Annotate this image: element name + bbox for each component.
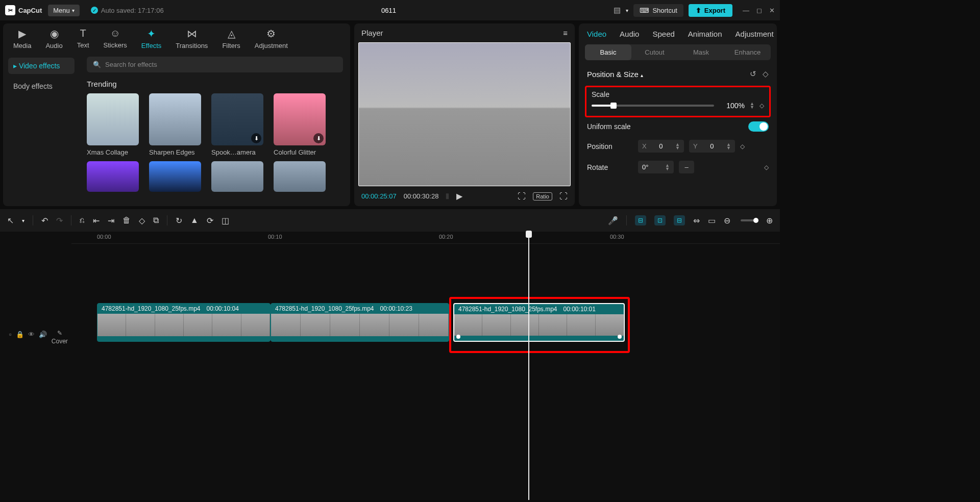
subtab-cutout[interactable]: Cutout [631, 44, 678, 60]
redo-button[interactable]: ↷ [56, 216, 63, 225]
stepper-icon[interactable]: ▲▼ [675, 143, 680, 150]
video-preview[interactable] [358, 42, 571, 186]
inspector-panel: Video Audio Speed Animation Adjustment B… [579, 23, 777, 206]
upload-icon: ⬆ [696, 7, 701, 14]
effect-item[interactable]: ⬇ Colorful Glitter [274, 93, 326, 156]
menu-button[interactable]: Menu ▾ [48, 5, 80, 16]
minimize-button[interactable]: — [743, 7, 749, 14]
keyframe-icon[interactable]: ◇ [740, 143, 745, 150]
chevron-down-icon[interactable]: ▾ [22, 218, 24, 223]
auto-button-1[interactable]: ⊟ [635, 215, 646, 225]
track-setting-icon[interactable]: ▫ [9, 331, 12, 345]
tab-text[interactable]: TText [77, 28, 89, 49]
keyframe-icon[interactable]: ◇ [764, 164, 769, 171]
mirror-button[interactable]: ▲ [190, 216, 199, 225]
tab-stickers[interactable]: ☺Stickers [104, 28, 127, 49]
delete-button[interactable]: 🗑 [122, 216, 131, 225]
layout-icon[interactable]: ▤ [614, 6, 621, 15]
effect-thumbnail[interactable] [274, 161, 326, 192]
tab-video[interactable]: Video [587, 30, 606, 38]
player-menu-icon[interactable]: ≡ [563, 29, 568, 37]
position-x-input[interactable]: X 0 ▲▼ [638, 140, 684, 153]
tab-audio[interactable]: Audio [620, 30, 639, 38]
fit-screen-icon[interactable]: ⛶ [518, 192, 526, 201]
zoom-slider[interactable] [741, 219, 756, 221]
selection-tool[interactable]: ↖ [7, 216, 14, 225]
keyframe-icon[interactable]: ◇ [760, 102, 764, 109]
effect-thumbnail[interactable] [87, 161, 139, 192]
auto-button-3[interactable]: ⊟ [674, 215, 685, 225]
download-icon[interactable]: ⬇ [313, 133, 324, 143]
chevron-down-icon: ▾ [72, 8, 75, 13]
tab-media[interactable]: ▶Media [13, 28, 31, 49]
eye-icon[interactable]: 👁 [28, 331, 35, 345]
scale-slider[interactable] [592, 105, 714, 107]
effect-item[interactable]: ⬇ Spook…amera [211, 93, 263, 156]
scale-stepper[interactable]: ▲▼ [750, 102, 754, 109]
playhead[interactable] [528, 232, 529, 500]
reverse-button[interactable]: ↻ [176, 216, 182, 225]
audio-icon: ◉ [50, 28, 59, 40]
effect-item[interactable]: Sharpen Edges [149, 93, 201, 156]
crop-button[interactable]: ◫ [222, 216, 229, 225]
maximize-button[interactable]: ◻ [756, 7, 762, 14]
export-button[interactable]: ⬆ Export [689, 4, 732, 17]
ratio-button[interactable]: Ratio [533, 192, 552, 200]
mark-button[interactable]: ◇ [139, 216, 145, 225]
reset-icon[interactable]: ↺ [750, 69, 756, 79]
shortcut-button[interactable]: ⌨ Shortcut [633, 4, 683, 17]
ruler-mark: 00:20 [439, 234, 453, 240]
stepper-icon[interactable]: ▲▼ [726, 143, 731, 150]
subtab-mask[interactable]: Mask [678, 44, 724, 60]
cover-button[interactable]: ✎ Cover [51, 330, 68, 345]
subtab-basic[interactable]: Basic [585, 44, 631, 60]
tab-audio[interactable]: ◉Audio [45, 28, 62, 49]
stepper-icon[interactable]: ▲▼ [665, 164, 670, 171]
tab-adjustment[interactable]: Adjustment [736, 30, 774, 38]
effect-thumbnail[interactable] [211, 161, 263, 192]
rotate-dial[interactable]: – [679, 161, 694, 173]
duplicate-button[interactable]: ⧉ [153, 216, 159, 225]
timeline-clip[interactable]: 4782851-hd_1920_1080_25fps.mp400:00:10:2… [271, 303, 449, 342]
sidebar-item-body-effects[interactable]: Body effects [8, 78, 75, 94]
subtab-enhance[interactable]: Enhance [724, 44, 771, 60]
timeline-clip[interactable]: 4782851-hd_1920_1080_25fps.mp400:00:10:0… [97, 303, 271, 342]
slider-thumb[interactable] [610, 103, 617, 109]
zoom-out-button[interactable]: ⊖ [724, 216, 730, 225]
close-button[interactable]: ✕ [769, 7, 775, 14]
align-button[interactable]: ⇔ [693, 216, 700, 225]
tab-effects[interactable]: ✦Effects [141, 28, 162, 49]
position-y-input[interactable]: Y 0 ▲▼ [689, 140, 735, 153]
tab-transitions[interactable]: ⋈Transitions [176, 28, 208, 49]
undo-button[interactable]: ↶ [41, 216, 48, 225]
auto-button-2[interactable]: ⊡ [654, 215, 666, 225]
mute-icon[interactable]: 🔊 [39, 331, 47, 345]
mic-button[interactable]: 🎤 [608, 216, 618, 225]
rotate-input[interactable]: 0° ▲▼ [638, 161, 674, 173]
lock-icon[interactable]: 🔒 [16, 331, 24, 345]
time-ruler[interactable]: 00:00 00:10 00:20 00:30 [71, 232, 780, 244]
split-button[interactable]: ⎌ [80, 216, 85, 225]
preview-button[interactable]: ▭ [708, 216, 716, 225]
trim-left-button[interactable]: ⇤ [93, 216, 100, 225]
uniform-scale-toggle[interactable] [748, 121, 769, 132]
effect-thumbnail[interactable] [149, 161, 201, 192]
fullscreen-icon[interactable]: ⛶ [559, 192, 568, 201]
rotate-button[interactable]: ⟳ [207, 216, 213, 225]
tab-filters[interactable]: ◬Filters [222, 28, 240, 49]
keyframe-icon[interactable]: ◇ [763, 69, 769, 79]
sidebar-item-video-effects[interactable]: ▸ Video effects [8, 58, 75, 74]
timeline-tracks[interactable]: 00:00 00:10 00:20 00:30 4782851-hd_1920_… [71, 232, 780, 500]
effect-item[interactable]: Xmas Collage [87, 93, 139, 156]
project-title: 0611 [170, 7, 608, 14]
chevron-down-icon[interactable]: ▾ [626, 8, 628, 13]
tab-animation[interactable]: Animation [688, 30, 722, 38]
zoom-fit-button[interactable]: ⊕ [766, 216, 773, 225]
play-button[interactable]: ▶ [456, 191, 462, 201]
trim-right-button[interactable]: ⇥ [108, 216, 114, 225]
search-input[interactable]: 🔍 Search for effects [87, 57, 343, 72]
prev-frame-button[interactable]: ⦀ [446, 192, 449, 201]
tab-speed[interactable]: Speed [652, 30, 674, 38]
tab-adjustment[interactable]: ⚙Adjustment [255, 28, 288, 49]
download-icon[interactable]: ⬇ [251, 133, 261, 143]
